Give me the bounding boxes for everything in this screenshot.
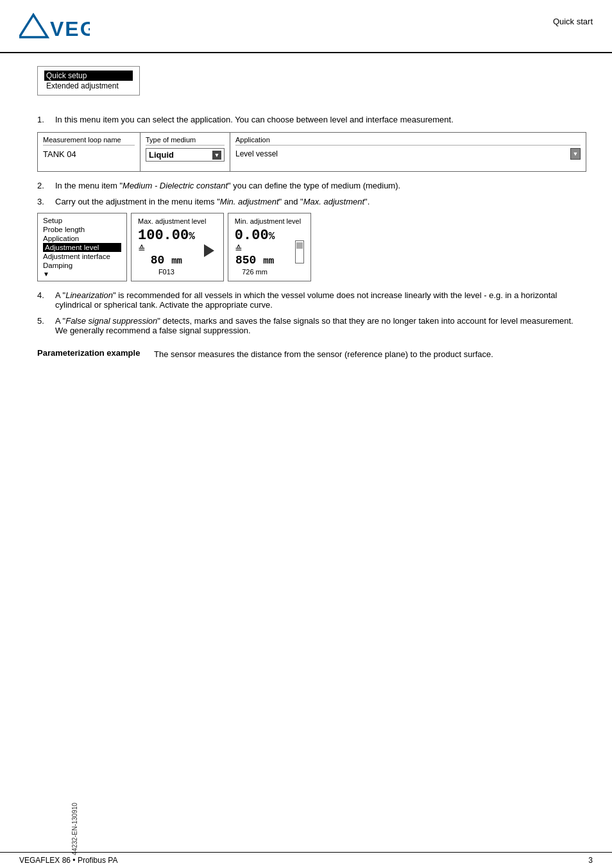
scrollbar-icon[interactable] — [295, 240, 304, 263]
step-1-text: In this menu item you can select the app… — [55, 115, 586, 124]
setup-max-equal: ≙ — [138, 244, 195, 254]
step-1-number: 1. — [37, 115, 55, 124]
panel1-col2-label: Type of medium — [146, 136, 225, 146]
setup-adjustment-level[interactable]: Adjustment level — [43, 243, 121, 252]
setup-max-sub: F013 — [138, 268, 195, 276]
svg-marker-0 — [19, 15, 47, 37]
page-footer: VEGAFLEX 86 • Profibus PA 3 — [0, 852, 612, 868]
setup-min-equal: ≙ — [235, 244, 275, 254]
panel1-col1-label: Measurement loop name — [43, 136, 135, 146]
setup-min-sub: 726 mm — [235, 268, 275, 276]
step-4-number: 4. — [37, 290, 55, 310]
step-3-text: Carry out the adjustment in the menu ite… — [55, 197, 586, 206]
panel1-col1-value: TANK 04 — [43, 149, 135, 159]
setup-label: Setup — [43, 216, 121, 225]
setup-max-percent: 100.00% — [138, 228, 195, 244]
step-3-number: 3. — [37, 197, 55, 206]
panel1-col2-value: Liquid — [149, 150, 212, 160]
step4-italic: Linearization — [65, 290, 113, 300]
menu-box: Quick setup Extended adjustment — [37, 66, 140, 96]
setup-application[interactable]: Application — [43, 234, 121, 243]
dropdown-arrow-icon[interactable]: ▼ — [212, 151, 221, 160]
step-5-number: 5. — [37, 316, 55, 335]
step2-italic: Medium - Dielectric constant — [123, 181, 228, 190]
param-example-label: Parameterization example — [37, 348, 146, 361]
content-area: Quick setup Extended adjustment 1. In th… — [24, 53, 612, 855]
svg-text:VEGA: VEGA — [50, 17, 90, 40]
footer-right: 3 — [588, 856, 593, 865]
step-2: 2. In the menu item "Medium - Dielectric… — [37, 181, 586, 190]
setup-menu: Setup Probe length Application Adjustmen… — [37, 213, 127, 281]
panel1-col2: Type of medium Liquid ▼ — [140, 133, 230, 171]
measurement-panel: Measurement loop name TANK 04 Type of me… — [37, 132, 586, 172]
footer-left: VEGAFLEX 86 • Profibus PA — [19, 856, 117, 865]
setup-probe-length[interactable]: Probe length — [43, 225, 121, 234]
svg-marker-2 — [204, 244, 214, 257]
logo: VEGA — [19, 12, 90, 46]
param-example-text: The sensor measures the distance from th… — [154, 348, 586, 361]
setup-min-mm: 850 mm — [235, 254, 275, 267]
setup-damping[interactable]: Damping — [43, 261, 121, 270]
menu-box-container: Quick setup Extended adjustment — [37, 66, 586, 106]
step-3: 3. Carry out the adjustment in the menu … — [37, 197, 586, 206]
page-header: VEGA Quick start — [0, 0, 612, 53]
step-5: 5. A "False signal suppression" detects,… — [37, 316, 586, 335]
setup-max-adjustment: Max. adjustment level 100.00% ≙ 80 mm F0… — [131, 213, 224, 281]
panel1-col2-dropdown[interactable]: Liquid ▼ — [146, 148, 225, 162]
param-example-section: Parameterization example The sensor meas… — [37, 348, 586, 361]
main-content: 44232-EN-130910 Quick setup Extended adj… — [0, 53, 612, 855]
setup-min-adjustment: Min. adjustment level 0.00% ≙ 850 mm 726… — [228, 213, 311, 281]
setup-min-label: Min. adjustment level — [235, 217, 304, 225]
step3-italic2: Max. adjustment — [303, 197, 364, 206]
step-2-text: In the menu item "Medium - Dielectric co… — [55, 181, 586, 190]
setup-max-label: Max. adjustment level — [138, 217, 217, 225]
panel1-col3-label: Application — [235, 136, 581, 146]
arrow-right-icon — [203, 241, 217, 262]
setup-max-mm: 80 mm — [138, 254, 195, 267]
step-4-text: A "Linearization" is recommended for all… — [55, 290, 586, 310]
setup-arrow[interactable]: ▼ — [43, 270, 121, 278]
step-5-text: A "False signal suppression" detects, ma… — [55, 316, 586, 335]
step-1: 1. In this menu item you can select the … — [37, 115, 586, 124]
menu-item-quick-setup[interactable]: Quick setup — [44, 71, 133, 81]
panel1-col3-dropdown[interactable]: Level vessel ▼ — [235, 148, 581, 160]
step-2-number: 2. — [37, 181, 55, 190]
panel1-col3-value: Level vessel — [235, 149, 570, 158]
step3-italic1: Min. adjustment — [220, 197, 279, 206]
step-4: 4. A "Linearization" is recommended for … — [37, 290, 586, 310]
setup-adjustment-interface[interactable]: Adjustment interface — [43, 252, 121, 261]
setup-panel: Setup Probe length Application Adjustmen… — [37, 213, 586, 281]
application-dropdown-arrow-icon[interactable]: ▼ — [570, 148, 581, 160]
section-title: Quick start — [553, 12, 593, 26]
left-margin: 44232-EN-130910 — [0, 53, 24, 855]
panel1-col3: Application Level vessel ▼ — [230, 133, 586, 171]
menu-item-extended[interactable]: Extended adjustment — [44, 81, 133, 91]
setup-min-percent: 0.00% — [235, 228, 275, 244]
step5-italic: False signal suppression — [65, 316, 157, 326]
panel1-col1: Measurement loop name TANK 04 — [38, 133, 140, 171]
